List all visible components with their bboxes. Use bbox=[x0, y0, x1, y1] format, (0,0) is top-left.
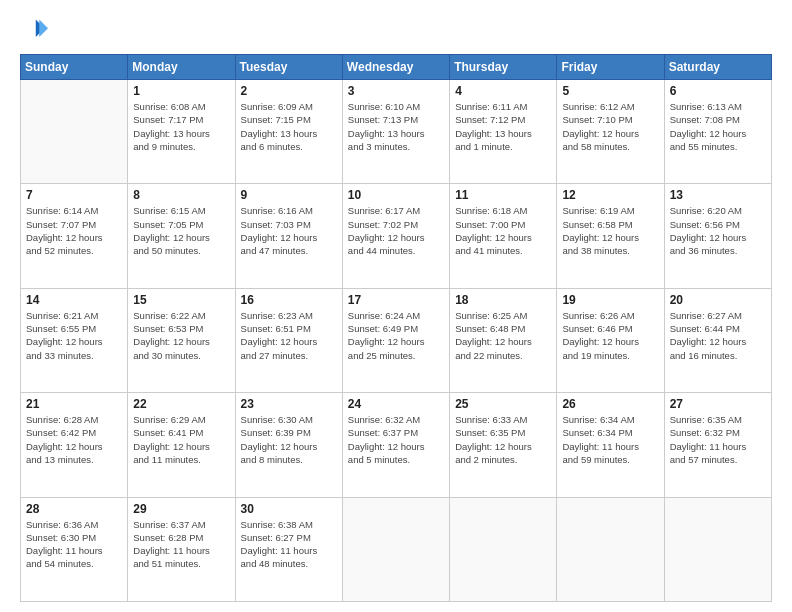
cell-info: Sunrise: 6:12 AM Sunset: 7:10 PM Dayligh… bbox=[562, 100, 658, 153]
header bbox=[20, 16, 772, 44]
cell-day-number: 13 bbox=[670, 188, 766, 202]
calendar-cell: 23Sunrise: 6:30 AM Sunset: 6:39 PM Dayli… bbox=[235, 393, 342, 497]
cell-day-number: 6 bbox=[670, 84, 766, 98]
week-row-5: 28Sunrise: 6:36 AM Sunset: 6:30 PM Dayli… bbox=[21, 497, 772, 601]
calendar-cell: 29Sunrise: 6:37 AM Sunset: 6:28 PM Dayli… bbox=[128, 497, 235, 601]
calendar-cell: 15Sunrise: 6:22 AM Sunset: 6:53 PM Dayli… bbox=[128, 288, 235, 392]
cell-day-number: 29 bbox=[133, 502, 229, 516]
cell-info: Sunrise: 6:09 AM Sunset: 7:15 PM Dayligh… bbox=[241, 100, 337, 153]
calendar-cell bbox=[450, 497, 557, 601]
calendar-cell bbox=[557, 497, 664, 601]
logo-icon bbox=[20, 16, 48, 44]
cell-info: Sunrise: 6:27 AM Sunset: 6:44 PM Dayligh… bbox=[670, 309, 766, 362]
calendar-cell: 26Sunrise: 6:34 AM Sunset: 6:34 PM Dayli… bbox=[557, 393, 664, 497]
cell-info: Sunrise: 6:15 AM Sunset: 7:05 PM Dayligh… bbox=[133, 204, 229, 257]
cell-info: Sunrise: 6:14 AM Sunset: 7:07 PM Dayligh… bbox=[26, 204, 122, 257]
calendar-cell: 2Sunrise: 6:09 AM Sunset: 7:15 PM Daylig… bbox=[235, 80, 342, 184]
weekday-header-friday: Friday bbox=[557, 55, 664, 80]
cell-info: Sunrise: 6:25 AM Sunset: 6:48 PM Dayligh… bbox=[455, 309, 551, 362]
calendar-cell: 9Sunrise: 6:16 AM Sunset: 7:03 PM Daylig… bbox=[235, 184, 342, 288]
cell-info: Sunrise: 6:28 AM Sunset: 6:42 PM Dayligh… bbox=[26, 413, 122, 466]
cell-day-number: 24 bbox=[348, 397, 444, 411]
cell-info: Sunrise: 6:38 AM Sunset: 6:27 PM Dayligh… bbox=[241, 518, 337, 571]
calendar-cell: 19Sunrise: 6:26 AM Sunset: 6:46 PM Dayli… bbox=[557, 288, 664, 392]
cell-day-number: 1 bbox=[133, 84, 229, 98]
cell-info: Sunrise: 6:29 AM Sunset: 6:41 PM Dayligh… bbox=[133, 413, 229, 466]
cell-info: Sunrise: 6:10 AM Sunset: 7:13 PM Dayligh… bbox=[348, 100, 444, 153]
calendar-cell: 22Sunrise: 6:29 AM Sunset: 6:41 PM Dayli… bbox=[128, 393, 235, 497]
cell-day-number: 25 bbox=[455, 397, 551, 411]
logo bbox=[20, 16, 52, 44]
cell-info: Sunrise: 6:36 AM Sunset: 6:30 PM Dayligh… bbox=[26, 518, 122, 571]
weekday-header-wednesday: Wednesday bbox=[342, 55, 449, 80]
cell-day-number: 3 bbox=[348, 84, 444, 98]
calendar-cell: 21Sunrise: 6:28 AM Sunset: 6:42 PM Dayli… bbox=[21, 393, 128, 497]
weekday-header-monday: Monday bbox=[128, 55, 235, 80]
calendar-cell: 4Sunrise: 6:11 AM Sunset: 7:12 PM Daylig… bbox=[450, 80, 557, 184]
calendar-cell: 11Sunrise: 6:18 AM Sunset: 7:00 PM Dayli… bbox=[450, 184, 557, 288]
cell-day-number: 21 bbox=[26, 397, 122, 411]
cell-day-number: 9 bbox=[241, 188, 337, 202]
cell-day-number: 4 bbox=[455, 84, 551, 98]
weekday-header-sunday: Sunday bbox=[21, 55, 128, 80]
cell-day-number: 11 bbox=[455, 188, 551, 202]
cell-day-number: 27 bbox=[670, 397, 766, 411]
calendar-cell: 30Sunrise: 6:38 AM Sunset: 6:27 PM Dayli… bbox=[235, 497, 342, 601]
cell-day-number: 18 bbox=[455, 293, 551, 307]
cell-info: Sunrise: 6:24 AM Sunset: 6:49 PM Dayligh… bbox=[348, 309, 444, 362]
calendar-cell: 20Sunrise: 6:27 AM Sunset: 6:44 PM Dayli… bbox=[664, 288, 771, 392]
calendar-cell bbox=[21, 80, 128, 184]
cell-day-number: 8 bbox=[133, 188, 229, 202]
cell-info: Sunrise: 6:33 AM Sunset: 6:35 PM Dayligh… bbox=[455, 413, 551, 466]
calendar-cell: 28Sunrise: 6:36 AM Sunset: 6:30 PM Dayli… bbox=[21, 497, 128, 601]
week-row-3: 14Sunrise: 6:21 AM Sunset: 6:55 PM Dayli… bbox=[21, 288, 772, 392]
cell-day-number: 5 bbox=[562, 84, 658, 98]
cell-info: Sunrise: 6:37 AM Sunset: 6:28 PM Dayligh… bbox=[133, 518, 229, 571]
calendar-cell: 13Sunrise: 6:20 AM Sunset: 6:56 PM Dayli… bbox=[664, 184, 771, 288]
page: SundayMondayTuesdayWednesdayThursdayFrid… bbox=[0, 0, 792, 612]
weekday-header-tuesday: Tuesday bbox=[235, 55, 342, 80]
cell-day-number: 14 bbox=[26, 293, 122, 307]
svg-marker-2 bbox=[39, 20, 48, 38]
cell-info: Sunrise: 6:34 AM Sunset: 6:34 PM Dayligh… bbox=[562, 413, 658, 466]
cell-day-number: 12 bbox=[562, 188, 658, 202]
cell-info: Sunrise: 6:11 AM Sunset: 7:12 PM Dayligh… bbox=[455, 100, 551, 153]
calendar-cell: 5Sunrise: 6:12 AM Sunset: 7:10 PM Daylig… bbox=[557, 80, 664, 184]
calendar-cell: 12Sunrise: 6:19 AM Sunset: 6:58 PM Dayli… bbox=[557, 184, 664, 288]
calendar-cell: 6Sunrise: 6:13 AM Sunset: 7:08 PM Daylig… bbox=[664, 80, 771, 184]
cell-day-number: 19 bbox=[562, 293, 658, 307]
cell-info: Sunrise: 6:18 AM Sunset: 7:00 PM Dayligh… bbox=[455, 204, 551, 257]
cell-info: Sunrise: 6:16 AM Sunset: 7:03 PM Dayligh… bbox=[241, 204, 337, 257]
cell-info: Sunrise: 6:20 AM Sunset: 6:56 PM Dayligh… bbox=[670, 204, 766, 257]
cell-info: Sunrise: 6:22 AM Sunset: 6:53 PM Dayligh… bbox=[133, 309, 229, 362]
weekday-header-thursday: Thursday bbox=[450, 55, 557, 80]
calendar-cell: 24Sunrise: 6:32 AM Sunset: 6:37 PM Dayli… bbox=[342, 393, 449, 497]
calendar-cell bbox=[664, 497, 771, 601]
cell-info: Sunrise: 6:23 AM Sunset: 6:51 PM Dayligh… bbox=[241, 309, 337, 362]
calendar-table: SundayMondayTuesdayWednesdayThursdayFrid… bbox=[20, 54, 772, 602]
calendar-cell: 1Sunrise: 6:08 AM Sunset: 7:17 PM Daylig… bbox=[128, 80, 235, 184]
calendar-cell: 16Sunrise: 6:23 AM Sunset: 6:51 PM Dayli… bbox=[235, 288, 342, 392]
calendar-cell: 17Sunrise: 6:24 AM Sunset: 6:49 PM Dayli… bbox=[342, 288, 449, 392]
cell-info: Sunrise: 6:17 AM Sunset: 7:02 PM Dayligh… bbox=[348, 204, 444, 257]
cell-day-number: 16 bbox=[241, 293, 337, 307]
cell-info: Sunrise: 6:13 AM Sunset: 7:08 PM Dayligh… bbox=[670, 100, 766, 153]
week-row-4: 21Sunrise: 6:28 AM Sunset: 6:42 PM Dayli… bbox=[21, 393, 772, 497]
calendar-cell: 27Sunrise: 6:35 AM Sunset: 6:32 PM Dayli… bbox=[664, 393, 771, 497]
week-row-2: 7Sunrise: 6:14 AM Sunset: 7:07 PM Daylig… bbox=[21, 184, 772, 288]
cell-day-number: 22 bbox=[133, 397, 229, 411]
cell-day-number: 23 bbox=[241, 397, 337, 411]
cell-info: Sunrise: 6:21 AM Sunset: 6:55 PM Dayligh… bbox=[26, 309, 122, 362]
calendar-cell: 14Sunrise: 6:21 AM Sunset: 6:55 PM Dayli… bbox=[21, 288, 128, 392]
cell-info: Sunrise: 6:26 AM Sunset: 6:46 PM Dayligh… bbox=[562, 309, 658, 362]
calendar-cell: 18Sunrise: 6:25 AM Sunset: 6:48 PM Dayli… bbox=[450, 288, 557, 392]
cell-info: Sunrise: 6:30 AM Sunset: 6:39 PM Dayligh… bbox=[241, 413, 337, 466]
cell-day-number: 2 bbox=[241, 84, 337, 98]
calendar-cell: 25Sunrise: 6:33 AM Sunset: 6:35 PM Dayli… bbox=[450, 393, 557, 497]
weekday-header-row: SundayMondayTuesdayWednesdayThursdayFrid… bbox=[21, 55, 772, 80]
cell-day-number: 15 bbox=[133, 293, 229, 307]
weekday-header-saturday: Saturday bbox=[664, 55, 771, 80]
cell-day-number: 30 bbox=[241, 502, 337, 516]
cell-day-number: 20 bbox=[670, 293, 766, 307]
cell-day-number: 17 bbox=[348, 293, 444, 307]
